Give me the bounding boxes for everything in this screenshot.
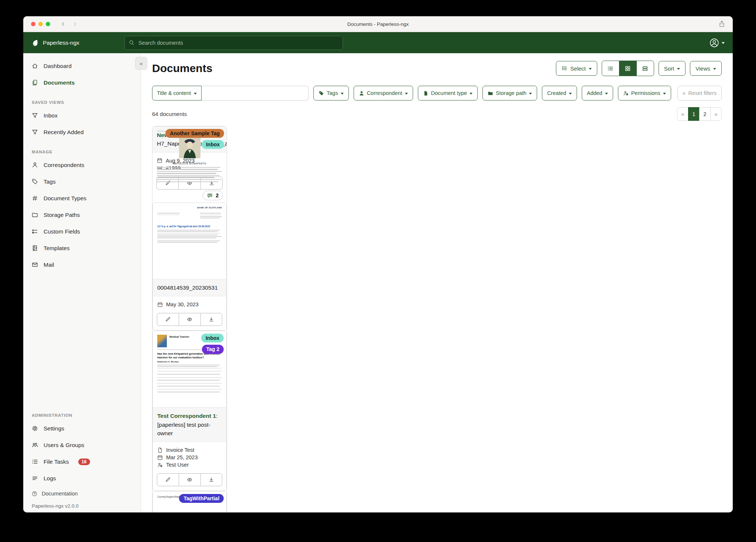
paperless-leaf-icon xyxy=(31,39,39,47)
question-icon xyxy=(32,491,37,497)
page-button-2[interactable]: 2 xyxy=(699,107,711,121)
preview-button[interactable] xyxy=(179,313,201,326)
sidebar-item-correspondents[interactable]: Correspondents xyxy=(23,157,141,173)
tag-list: TagWithPartial xyxy=(179,494,224,503)
sidebar-item-logs[interactable]: Logs xyxy=(23,470,141,487)
grid-view-icon xyxy=(625,65,631,72)
personFill-icon xyxy=(359,91,364,96)
document-card[interactable]: NAPOLEON BONAPARTEAnother Sample TagInbo… xyxy=(152,126,227,512)
browser-back-icon[interactable] xyxy=(61,21,66,27)
logs-icon xyxy=(32,475,38,481)
document-title: Test Correspondent 1: [paperless] test p… xyxy=(153,407,226,442)
sidebar-item-mail[interactable]: Mail xyxy=(23,256,141,273)
download-button[interactable] xyxy=(200,473,223,486)
title-content-dropdown[interactable]: Title & content xyxy=(152,86,202,100)
sidebar-item-documents[interactable]: Documents xyxy=(23,74,141,91)
userlock-icon xyxy=(623,91,629,96)
sidebar: DashboardDocumentsSAVED VIEWSInboxRecent… xyxy=(23,53,141,512)
user-menu[interactable] xyxy=(709,38,725,48)
brand[interactable]: Paperless-ngx xyxy=(31,39,79,47)
sidebar-item-settings[interactable]: Settings xyxy=(23,420,141,437)
meta-calendar[interactable]: Mar 25, 2023 xyxy=(157,454,222,460)
meta-userlock[interactable]: Test User xyxy=(157,462,222,468)
views-button[interactable]: Views xyxy=(690,61,722,76)
app-navbar: Paperless-ngx xyxy=(23,32,733,53)
view-mode-detail-button[interactable] xyxy=(636,61,654,76)
close-window-button[interactable] xyxy=(31,22,35,26)
filter-bar: Title & content TagsCorrespondentDocumen… xyxy=(152,86,722,100)
filter-icon xyxy=(32,112,38,119)
main-area: « DashboardDocumentsSAVED VIEWSInboxRece… xyxy=(23,53,733,512)
document-card[interactable]: BANK OF SCOTLAND 2,0 % p. a. auf Ihr Tag… xyxy=(152,202,227,331)
sidebar-item-inbox[interactable]: Inbox xyxy=(23,107,141,124)
filter-added-button[interactable]: Added xyxy=(582,86,613,100)
download-button[interactable] xyxy=(200,313,223,326)
meta-calendar[interactable]: May 30, 2023 xyxy=(157,301,222,307)
zoom-window-button[interactable] xyxy=(46,22,50,26)
search-bar[interactable] xyxy=(124,36,343,50)
sidebar-item-custom-fields[interactable]: Custom Fields xyxy=(23,223,141,240)
sidebar-item-storage-paths[interactable]: Storage Paths xyxy=(23,207,141,223)
chevron-down-icon xyxy=(722,42,725,44)
filter-icon xyxy=(32,129,38,135)
sidebar-item-tags[interactable]: Tags xyxy=(23,173,141,190)
share-icon[interactable] xyxy=(718,20,725,27)
tag-pill[interactable]: TagWithPartial xyxy=(179,494,224,503)
sort-button[interactable]: Sort xyxy=(659,61,686,76)
sidebar-item-recently-added[interactable]: Recently Added xyxy=(23,124,141,140)
app-window: Documents - Paperless-ngx Paperless-ngx … xyxy=(23,16,733,512)
filter-created-button[interactable]: Created xyxy=(542,86,577,100)
sidebar-collapse-button[interactable]: « xyxy=(135,57,147,70)
filter-correspondent-button[interactable]: Correspondent xyxy=(354,86,413,100)
minimize-window-button[interactable] xyxy=(38,22,43,26)
reset-filters-button[interactable]: × Reset filters xyxy=(677,86,722,100)
sidebar-item-file-tasks[interactable]: File Tasks16 xyxy=(23,453,141,470)
notes-badge[interactable]: 2 xyxy=(203,191,223,200)
preview-icon xyxy=(187,317,192,322)
mail-icon xyxy=(32,262,38,268)
sidebar-item-documentation[interactable]: Documentation xyxy=(23,487,141,501)
filter-storage-path-button[interactable]: Storage path xyxy=(482,86,537,100)
sidebar-item-dashboard[interactable]: Dashboard xyxy=(23,58,141,74)
list-view-icon xyxy=(607,65,614,72)
edit-button[interactable] xyxy=(157,473,179,486)
tasks-icon xyxy=(32,459,38,465)
preview-button[interactable] xyxy=(179,473,201,486)
journal-cover xyxy=(157,335,167,347)
window-title: Documents - Paperless-ngx xyxy=(23,21,733,27)
tag-pill[interactable]: Inbox xyxy=(201,334,224,342)
sidebar-section-heading: MANAGE xyxy=(32,150,132,154)
tag-pill[interactable]: Another Sample Tag xyxy=(165,129,224,138)
browser-forward-icon[interactable] xyxy=(72,21,78,27)
page-button-»[interactable]: » xyxy=(710,107,722,121)
filter-permissions-button[interactable]: Permissions xyxy=(618,86,671,100)
sidebar-section-heading: ADMINISTRATION xyxy=(32,413,132,417)
avatar-icon xyxy=(709,38,719,48)
document-card[interactable]: Country,Region/State,TagWithPartial1 tab… xyxy=(152,491,227,512)
tag-icon xyxy=(32,178,38,185)
person-icon xyxy=(32,162,38,168)
sidebar-section-heading: SAVED VIEWS xyxy=(32,100,132,105)
count-badge: 16 xyxy=(78,459,90,465)
page-title: Documents xyxy=(152,62,212,75)
view-mode-list-button[interactable] xyxy=(602,61,619,76)
page-button-«[interactable]: « xyxy=(677,107,688,121)
select-button[interactable]: Select xyxy=(556,61,597,76)
document-card[interactable]: Medical Teacher Has the new Kirkpatrick … xyxy=(152,331,227,491)
view-mode-grid-button[interactable] xyxy=(619,61,637,76)
title-content-input[interactable] xyxy=(202,86,309,100)
tag-pill[interactable]: Inbox xyxy=(202,140,224,149)
meta-file[interactable]: Invoice Test xyxy=(157,447,222,453)
filter-tags-button[interactable]: Tags xyxy=(313,86,349,100)
detail-view-icon xyxy=(642,65,648,72)
tag-pill[interactable]: Tag 2 xyxy=(202,345,224,354)
page-button-1[interactable]: 1 xyxy=(688,107,700,121)
sidebar-item-templates[interactable]: Templates xyxy=(23,240,141,256)
sidebar-item-users-groups[interactable]: Users & Groups xyxy=(23,437,141,453)
filter-document-type-button[interactable]: Document type xyxy=(418,86,478,100)
tagFill-icon xyxy=(319,91,324,96)
edit-button[interactable] xyxy=(157,313,179,326)
search-input[interactable] xyxy=(138,40,339,46)
sidebar-item-document-types[interactable]: Document Types xyxy=(23,190,141,207)
document-correspondent[interactable]: Test Correspondent 1 xyxy=(157,413,216,419)
